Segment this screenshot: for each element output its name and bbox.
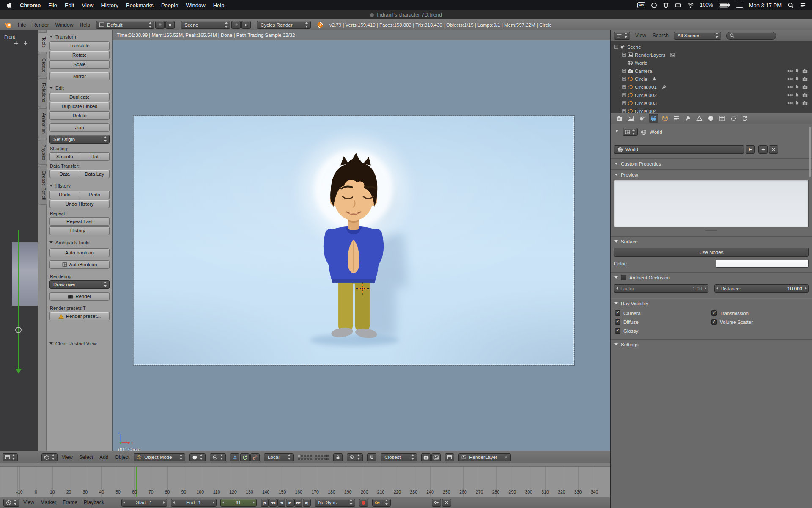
- insert-keyframe-button[interactable]: [432, 499, 441, 507]
- repeat-last-button[interactable]: Repeat Last: [49, 217, 110, 226]
- expand-icon[interactable]: +: [622, 93, 626, 97]
- hide-eye-icon[interactable]: [787, 100, 793, 106]
- hide-eye-icon[interactable]: [787, 92, 793, 98]
- ao-distance-slider[interactable]: Distance: 10.000: [714, 284, 809, 293]
- render-opengl-button[interactable]: [421, 453, 431, 461]
- tab-animation[interactable]: Animation: [38, 108, 47, 138]
- viewport-shading-dropdown[interactable]: [189, 453, 206, 461]
- blender-menu-window[interactable]: Window: [55, 22, 74, 28]
- play-reverse-button[interactable]: ◀: [277, 499, 285, 507]
- undo-history-button[interactable]: Undo History: [49, 200, 110, 208]
- lock-to-scene-toggle[interactable]: [333, 453, 343, 461]
- menu-bar-clock[interactable]: Mon 3:17 PM: [749, 2, 782, 8]
- tab-particles[interactable]: [729, 114, 738, 123]
- data-button[interactable]: Data: [49, 170, 80, 178]
- ray-visibility-camera[interactable]: Camera: [615, 310, 711, 316]
- mirror-button[interactable]: Mirror: [49, 72, 110, 80]
- remove-scene-button[interactable]: [241, 21, 251, 29]
- expand-properties-icon[interactable]: [23, 41, 28, 46]
- redo-button[interactable]: Redo: [80, 190, 110, 199]
- tab-object[interactable]: [660, 114, 670, 123]
- panel-header-transform[interactable]: Transform: [49, 33, 110, 40]
- ray-visibility-volume-scatter[interactable]: Volume Scatter: [711, 319, 808, 325]
- panel-header-ambient-occlusion[interactable]: Ambient Occlusion: [611, 273, 812, 282]
- blender-menu-render[interactable]: Render: [32, 22, 49, 28]
- scene-selector[interactable]: Scene: [181, 21, 230, 29]
- tab-world[interactable]: [649, 114, 658, 123]
- tab-constraints[interactable]: [672, 114, 681, 123]
- panel-header-edit[interactable]: Edit: [49, 84, 110, 91]
- selectability-pointer-icon[interactable]: [795, 100, 800, 105]
- tab-grease-pencil[interactable]: Grease Pencil: [38, 166, 47, 204]
- rotate-button[interactable]: Rotate: [49, 51, 110, 59]
- auto-boolean-button[interactable]: Auto boolean: [49, 248, 110, 257]
- new-datablock-button[interactable]: [758, 145, 768, 154]
- tab-object-data[interactable]: [694, 114, 704, 123]
- outliner-row-circle[interactable]: + Circle: [611, 75, 812, 83]
- checkbox-checked[interactable]: [615, 319, 620, 325]
- battery-charging-icon[interactable]: [719, 3, 730, 8]
- panel-header-settings[interactable]: Settings: [611, 340, 812, 349]
- mode-dropdown[interactable]: Object Mode: [134, 453, 185, 461]
- blender-menu-file[interactable]: File: [18, 22, 26, 28]
- use-nodes-button[interactable]: Use Nodes: [614, 248, 809, 257]
- wifi-icon[interactable]: [687, 2, 694, 8]
- wd-icon[interactable]: WD: [637, 2, 645, 8]
- timeline-menu-playback[interactable]: Playback: [84, 500, 104, 505]
- undo-button[interactable]: Undo: [49, 190, 80, 199]
- fake-user-button[interactable]: F: [746, 145, 755, 154]
- render-visibility-camera-icon[interactable]: [802, 84, 808, 90]
- selectability-pointer-icon[interactable]: [795, 92, 800, 97]
- close-icon[interactable]: [504, 456, 508, 459]
- outliner-menu-view[interactable]: View: [635, 33, 646, 39]
- expand-icon[interactable]: +: [622, 85, 626, 89]
- tab-relations[interactable]: Relations: [38, 78, 47, 107]
- remove-layout-button[interactable]: [165, 21, 175, 29]
- window-title-bar[interactable]: Indranil's-character-7D.blend: [0, 10, 812, 19]
- sync-mode-dropdown[interactable]: No Sync: [315, 499, 355, 507]
- world-name-input[interactable]: World: [614, 145, 744, 154]
- tab-tools[interactable]: Tools: [38, 32, 47, 52]
- outliner-row-scene[interactable]: − Scene: [611, 43, 812, 51]
- unlink-datablock-button[interactable]: [769, 145, 778, 154]
- timeline-editor[interactable]: -10 0 10 20 30 40 50 60 70 80 90 100 110…: [0, 463, 610, 497]
- transform-orientation-dropdown[interactable]: Local: [264, 453, 294, 461]
- front-view-strip[interactable]: Front: [0, 30, 38, 451]
- render-engine-selector[interactable]: Cycles Render: [257, 21, 311, 29]
- menu-view[interactable]: View: [82, 2, 93, 8]
- expand-icon[interactable]: +: [622, 109, 626, 113]
- outliner-row-circle-004[interactable]: + Circle.004: [611, 107, 812, 113]
- checkbox-checked[interactable]: [615, 310, 620, 316]
- expand-icon[interactable]: +: [622, 53, 626, 57]
- shade-flat-button[interactable]: Flat: [80, 152, 110, 161]
- end-frame-field[interactable]: End: 1: [171, 499, 217, 507]
- render-visibility-camera-icon[interactable]: [802, 100, 808, 106]
- menu-window[interactable]: Window: [186, 2, 205, 8]
- menu-people[interactable]: People: [161, 2, 178, 8]
- hide-eye-icon[interactable]: [787, 68, 793, 74]
- panel-header-preview[interactable]: Preview: [611, 170, 812, 179]
- render-preset-button[interactable]: Render preset...: [49, 312, 110, 320]
- menu-bookmarks[interactable]: Bookmarks: [126, 2, 154, 8]
- menu-history[interactable]: History: [101, 2, 118, 8]
- snap-toggle[interactable]: [367, 453, 376, 461]
- layer-selector[interactable]: [298, 455, 329, 460]
- context-dropdown[interactable]: [623, 128, 638, 136]
- checkbox-checked[interactable]: [711, 310, 717, 316]
- viewport-menu-view[interactable]: View: [62, 454, 73, 460]
- expand-toolshelf-icon[interactable]: [14, 41, 19, 46]
- timeline-menu-frame[interactable]: Frame: [63, 500, 77, 505]
- world-color-swatch[interactable]: [716, 260, 809, 268]
- hide-eye-icon[interactable]: [787, 84, 793, 90]
- preview-resize-grip[interactable]: [705, 229, 717, 231]
- render-visibility-camera-icon[interactable]: [802, 92, 808, 98]
- keyboard-icon[interactable]: [675, 2, 681, 8]
- scale-button[interactable]: Scale: [49, 60, 110, 69]
- tab-render[interactable]: [614, 114, 624, 123]
- editor-type-selector[interactable]: [41, 453, 58, 461]
- blender-logo-icon[interactable]: [4, 21, 12, 29]
- ray-visibility-diffuse[interactable]: Diffuse: [615, 319, 711, 325]
- record-button[interactable]: [359, 499, 368, 507]
- editor-type-selector[interactable]: [3, 453, 18, 461]
- viewport-menu-object[interactable]: Object: [115, 454, 130, 460]
